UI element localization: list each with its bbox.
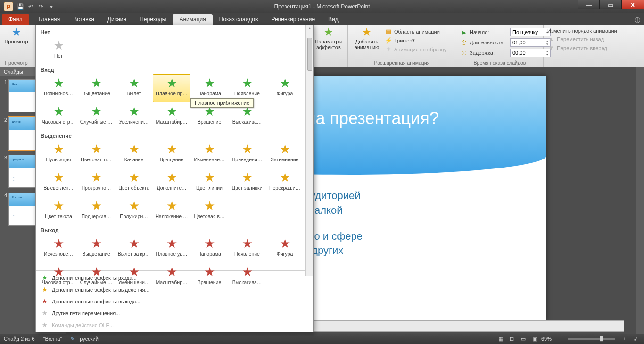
preview-button[interactable]: ★ Просмотр [3, 25, 30, 44]
gallery-item[interactable]: ★ Выцветание [77, 235, 115, 263]
star-icon: ★ [166, 76, 177, 90]
gallery-item[interactable]: ★ Случайные … [77, 102, 115, 131]
gallery-item[interactable]: ★ Цветовая в… [190, 197, 228, 225]
gallery-item[interactable]: ★ Фигура [266, 74, 304, 102]
qat-more-icon[interactable]: ▾ [46, 2, 57, 11]
redo-icon[interactable]: ↷ [36, 2, 46, 11]
animation-painter-button[interactable]: ✶Анимация по образцу [385, 45, 446, 54]
gallery-item[interactable]: ★ Возникнов… [40, 74, 77, 102]
star-icon: ★ [242, 265, 253, 278]
maximize-button[interactable]: ▭ [600, 0, 621, 9]
tab-Показ слайдов[interactable]: Показ слайдов [213, 14, 265, 25]
gallery-item[interactable]: ★ Полужирн… [115, 197, 153, 225]
star-icon: ★ [166, 143, 177, 156]
effect-options-button[interactable]: ★ Параметры эффектов [314, 25, 343, 50]
gallery-item[interactable]: ★ Плавное пр… [153, 74, 190, 102]
gallery-item[interactable]: ★ Вращение [190, 263, 228, 291]
gallery-item[interactable]: ★ Дополните… [153, 168, 190, 197]
vertical-scrollbar[interactable] [636, 67, 644, 334]
star-icon: ★ [53, 199, 64, 212]
gallery-item[interactable]: ★ Фигура [266, 235, 304, 263]
undo-icon[interactable]: ↶ [25, 2, 36, 11]
gallery-item[interactable]: ★ Изменение… [190, 140, 228, 168]
tab-Вставка[interactable]: Вставка [66, 14, 101, 25]
star-icon: ★ [91, 76, 102, 90]
gallery-footer-item[interactable]: ★Дополнительные эффекты выхода... [36, 295, 313, 307]
gallery-item-label: Вращение [160, 157, 184, 162]
star-icon: ★ [53, 237, 64, 250]
gallery-item[interactable]: ★ Цвет текста [40, 197, 77, 225]
close-button[interactable]: X [621, 0, 644, 9]
tab-Переходы[interactable]: Переходы [133, 14, 173, 25]
zoom-percent[interactable]: 69% [541, 336, 552, 342]
gallery-item[interactable]: ★ Плавное уд… [153, 235, 190, 263]
gallery-item[interactable]: ★ Панорама [190, 235, 228, 263]
star-icon: ★ [91, 105, 102, 118]
gallery-item[interactable]: ★ Вращение [153, 140, 190, 168]
gallery-item[interactable]: ★ Масштабир… [153, 102, 190, 131]
gallery-item[interactable]: ★ Подчеркив… [77, 197, 115, 225]
ribbon-help-icon[interactable]: ⓘ [635, 17, 644, 25]
animation-pane-button[interactable]: ▤Область анимации [385, 27, 446, 36]
tooltip: Плавное приближение [190, 98, 254, 108]
gallery-item[interactable]: ★ Наложение … [153, 197, 190, 225]
minimize-button[interactable]: — [578, 0, 600, 9]
move-back-button[interactable]: ▲Переместить назад [547, 34, 617, 43]
gallery-item-label: Вылет [127, 91, 141, 96]
tab-Главная[interactable]: Главная [32, 14, 67, 25]
gallery-item-label: Выскакива… [232, 279, 262, 285]
tab-Вид[interactable]: Вид [322, 14, 345, 25]
star-icon: ★ [166, 105, 177, 118]
star-icon: ★ [41, 286, 49, 293]
gallery-item[interactable]: ★ Высветлен… [40, 168, 77, 197]
trigger-button[interactable]: ⚡Триггер ▾ [385, 36, 446, 45]
view-normal-button[interactable]: ▦ [496, 335, 505, 343]
gallery-item[interactable]: ★ Появление [228, 235, 266, 263]
gallery-item[interactable]: ★ Масштабир… [153, 263, 190, 291]
zoom-in-button[interactable]: + [619, 335, 629, 343]
gallery-item-label: Высветлен… [43, 185, 74, 191]
gallery-scrollbar[interactable]: ▴ [305, 25, 313, 276]
save-icon[interactable]: 💾 [15, 2, 25, 11]
zoom-slider[interactable] [568, 338, 615, 340]
gallery-item[interactable]: ★ Цвет заливки [228, 168, 266, 197]
delay-icon: ⏲ [460, 50, 468, 57]
tab-Рецензирование[interactable]: Рецензирование [264, 14, 322, 25]
gallery-item[interactable]: ★ Затемнение [266, 140, 304, 168]
gallery-item[interactable]: ★ Вылет [115, 74, 153, 102]
star-icon: ★ [91, 199, 102, 212]
gallery-item[interactable]: ★ Цвет объекта [115, 168, 153, 197]
gallery-item[interactable]: ★ Пульсация [40, 140, 77, 168]
star-icon: ★ [280, 237, 290, 250]
gallery-item[interactable]: ★ Перекраши… [266, 168, 304, 197]
zoom-out-button[interactable]: − [553, 335, 563, 343]
gallery-item[interactable]: ★ Выцветание [77, 74, 115, 102]
move-forward-button[interactable]: ▼Переместить вперед [547, 43, 617, 52]
fit-window-button[interactable]: ⤢ [631, 335, 640, 343]
gallery-item[interactable]: ★ Цвет линии [190, 168, 228, 197]
view-slideshow-button[interactable]: ▣ [530, 335, 539, 343]
gallery-item[interactable]: ★ Приведени… [228, 140, 266, 168]
gallery-item[interactable]: ★ Нет [40, 36, 77, 65]
gallery-item[interactable]: ★ Часовая стр… [40, 102, 77, 131]
gallery-item-label: Цвет объекта [118, 185, 149, 191]
tab-file[interactable]: Файл [2, 14, 29, 25]
star-icon: ★ [204, 76, 215, 90]
gallery-item[interactable]: ★ Увеличени… [115, 102, 153, 131]
gallery-item[interactable]: ★ Исчезнове… [40, 235, 77, 263]
tab-Дизайн[interactable]: Дизайн [101, 14, 133, 25]
gallery-item[interactable]: ★ Выскакива… [228, 263, 266, 291]
gallery-item[interactable]: ★ Вылет за кр… [115, 235, 153, 263]
gallery-item[interactable]: ★ Качание [115, 140, 153, 168]
gallery-item[interactable]: ★ Цветовая п… [77, 140, 115, 168]
gallery-item-label: Фигура [277, 251, 293, 257]
view-sorter-button[interactable]: ⊞ [507, 335, 517, 343]
status-language[interactable]: ✎ русский [70, 336, 99, 342]
view-reading-button[interactable]: ▭ [519, 335, 528, 343]
tab-Анимация[interactable]: Анимация [173, 14, 212, 25]
gallery-footer-item[interactable]: ★Другие пути перемещения... [36, 307, 313, 319]
gallery-item[interactable]: ★ Прозрачно… [77, 168, 115, 197]
star-icon: ★ [129, 171, 140, 184]
add-animation-button[interactable]: ★ Добавить анимацию [351, 25, 383, 50]
gallery-item-label: Приведени… [232, 157, 262, 162]
